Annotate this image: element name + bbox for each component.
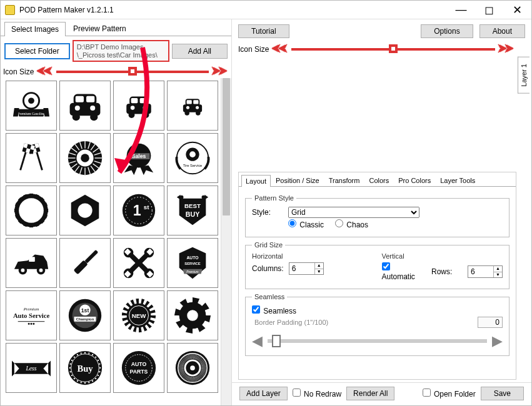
- svg-text:Auto Service: Auto Service: [13, 312, 49, 319]
- radio-classic[interactable]: Classic: [288, 219, 324, 229]
- icon-size-slider-right[interactable]: [291, 48, 495, 51]
- columns-spinner[interactable]: ▲▼: [289, 262, 324, 275]
- grid-item-nut-hex[interactable]: [59, 186, 111, 235]
- grid-item-premium-auto-service-text[interactable]: PremiumAuto Service: [6, 290, 57, 340]
- grid-item-screwdriver[interactable]: [59, 238, 111, 288]
- grid-item-tire[interactable]: [59, 133, 111, 183]
- rows-down-icon[interactable]: ▼: [493, 272, 502, 278]
- seamless-checkbox[interactable]: Seamless: [252, 305, 296, 315]
- tab-preview-pattern[interactable]: Preview Pattern: [66, 21, 133, 36]
- svg-point-26: [196, 106, 199, 109]
- columns-input[interactable]: [289, 263, 314, 274]
- grid-item-auto-parts-badge[interactable]: AUTOPARTS: [113, 343, 164, 393]
- grid-item-gear-outline[interactable]: [6, 186, 57, 235]
- border-pad-slider[interactable]: [268, 339, 487, 343]
- automatic-checkbox[interactable]: Automatic: [382, 262, 422, 281]
- columns-up-icon[interactable]: ▲: [314, 263, 323, 269]
- grid-item-1st-champion-badge[interactable]: 1stChampion: [59, 290, 111, 340]
- tab-pro-colors[interactable]: Pro Colors: [394, 174, 435, 186]
- seamless-group: Seamless Seamless Border Padding (1"/100…: [245, 293, 509, 356]
- tutorial-button[interactable]: Tutorial: [238, 24, 289, 38]
- no-redraw-checkbox[interactable]: No Redraw: [293, 389, 341, 399]
- icon-size-slider-left[interactable]: [56, 71, 209, 73]
- close-button[interactable]: ✕: [503, 1, 531, 19]
- svg-point-153: [98, 360, 99, 361]
- svg-point-9: [75, 106, 80, 111]
- scrollbar-left[interactable]: [221, 78, 231, 405]
- svg-point-164: [190, 365, 195, 370]
- grid-item-gear-solid[interactable]: [167, 290, 218, 340]
- maximize-button[interactable]: ◻: [475, 1, 503, 19]
- svg-text:BUY: BUY: [186, 210, 199, 218]
- border-pad-dec[interactable]: ◀: [252, 333, 263, 349]
- add-all-button[interactable]: Add All: [172, 44, 228, 59]
- grid-item-buy-badge[interactable]: Buy: [59, 343, 111, 393]
- tab-select-images[interactable]: Select Images: [4, 22, 66, 36]
- radio-chaos[interactable]: Chaos: [335, 219, 368, 229]
- style-select[interactable]: Grid: [288, 207, 419, 218]
- rows-up-icon[interactable]: ▲: [493, 266, 502, 272]
- grid-item-car-side[interactable]: [6, 238, 57, 288]
- scrollbar-thumb[interactable]: [223, 78, 230, 215]
- svg-point-8: [90, 113, 98, 121]
- grid-item-less-ribbon[interactable]: Less: [6, 343, 57, 393]
- svg-point-95: [21, 269, 25, 272]
- icon-size-dec-left[interactable]: ⮜⮜: [36, 67, 54, 77]
- rows-input[interactable]: [468, 266, 493, 277]
- grid-item-racing-flags[interactable]: [6, 133, 57, 183]
- grid-item-brake-disc[interactable]: [167, 343, 218, 393]
- svg-text:Premium: Premium: [186, 270, 198, 274]
- grid-item-car-front-small[interactable]: [167, 81, 218, 131]
- svg-point-147: [77, 354, 78, 355]
- icon-size-inc-left[interactable]: ⮞⮞: [211, 67, 229, 77]
- grid-item-best-buy-shield[interactable]: BESTBUY: [167, 186, 218, 235]
- tab-position-size[interactable]: Position / Size: [271, 174, 324, 186]
- columns-down-icon[interactable]: ▼: [314, 269, 323, 275]
- grid-item-car-front-medium[interactable]: [113, 81, 164, 131]
- grid-item-first-place-badge[interactable]: 1st: [113, 186, 164, 235]
- grid-item-new-sunburst[interactable]: NEW: [113, 290, 164, 340]
- svg-rect-5: [76, 96, 84, 102]
- tab-layer-tools[interactable]: Layer Tools: [436, 174, 479, 186]
- border-pad-handle-icon[interactable]: [272, 335, 281, 347]
- folder-path-display: D:\BPT Demo Images \_Picross test\Car Im…: [73, 40, 169, 62]
- svg-point-150: [88, 353, 89, 354]
- options-button[interactable]: Options: [421, 24, 473, 38]
- svg-point-89: [180, 196, 184, 199]
- svg-point-137: [84, 382, 86, 384]
- svg-point-142: [69, 371, 71, 372]
- tab-colors[interactable]: Colors: [364, 174, 393, 186]
- rows-spinner[interactable]: ▲▼: [468, 265, 503, 278]
- slider-handle-icon[interactable]: [128, 67, 137, 76]
- icon-size-dec-right[interactable]: ⮜⮜: [271, 44, 289, 54]
- grid-item-emblem-gasoline[interactable]: Premium Gasoline: [6, 81, 57, 131]
- grid-item-auto-service-emblem[interactable]: AUTOSERVICEPremium: [167, 238, 218, 288]
- svg-text:AUTO: AUTO: [186, 255, 198, 260]
- add-layer-button[interactable]: Add Layer: [239, 387, 288, 400]
- layer-tab-1[interactable]: Layer 1: [518, 57, 529, 94]
- save-button[interactable]: Save: [481, 387, 524, 400]
- grid-item-sales-badge[interactable]: Sales: [113, 133, 164, 183]
- grid-item-tire-service-badge[interactable]: Tire Service: [167, 133, 218, 183]
- icon-size-inc-right[interactable]: ⮞⮞: [498, 44, 515, 54]
- grid-size-group: Grid Size Horizontal Columns: ▲▼: [245, 241, 509, 289]
- minimize-button[interactable]: —: [447, 1, 475, 19]
- horizontal-label: Horizontal: [252, 252, 373, 260]
- svg-text:Premium Gasoline: Premium Gasoline: [18, 112, 45, 116]
- tab-transform[interactable]: Transform: [324, 174, 364, 186]
- open-folder-checkbox[interactable]: Open Folder: [423, 389, 476, 399]
- render-all-button[interactable]: Render All: [346, 387, 394, 400]
- svg-point-145: [71, 360, 73, 361]
- svg-point-118: [33, 323, 34, 325]
- slider-handle-right-icon[interactable]: [389, 44, 398, 53]
- image-grid: Premium GasolineSalesTire Service1stBEST…: [6, 81, 221, 393]
- svg-text:1: 1: [133, 202, 141, 219]
- grid-item-car-front-wide[interactable]: [59, 81, 111, 131]
- app-icon: [5, 5, 15, 15]
- tab-layout[interactable]: Layout: [241, 175, 271, 187]
- grid-item-wrenches-crossed[interactable]: [113, 238, 164, 288]
- svg-point-149: [84, 352, 86, 354]
- select-folder-button[interactable]: Select Folder: [4, 43, 70, 59]
- about-button[interactable]: About: [479, 24, 525, 38]
- border-pad-inc[interactable]: ▶: [492, 333, 503, 349]
